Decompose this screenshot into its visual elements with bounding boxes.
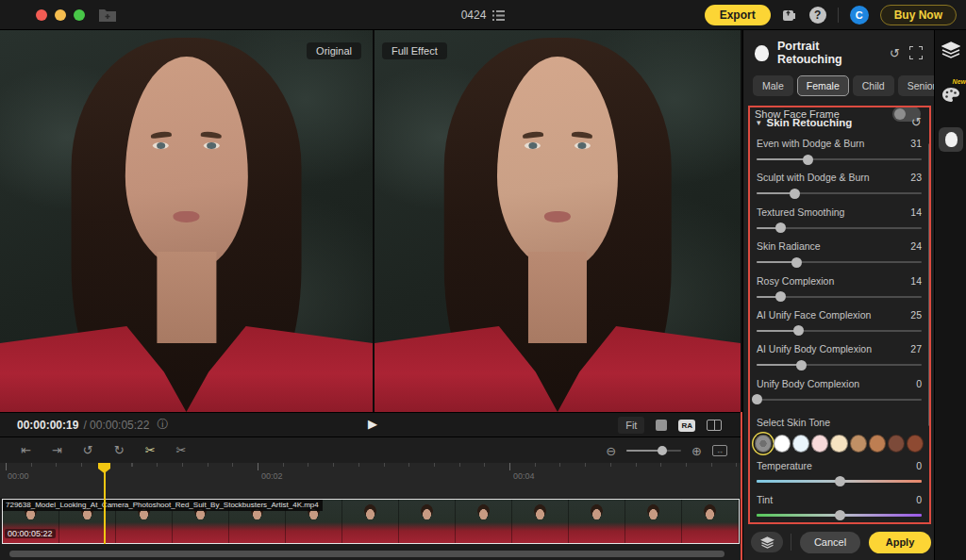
tab-child[interactable]: Child	[853, 75, 894, 96]
info-icon[interactable]: ⓘ	[157, 417, 168, 433]
slider-thumb[interactable]	[796, 360, 807, 371]
playhead-line[interactable]	[104, 470, 106, 544]
slider-track[interactable]	[757, 296, 922, 298]
full-effect-label: Full Effect	[382, 42, 447, 59]
buy-now-button[interactable]: Buy Now	[880, 5, 957, 25]
skin-tone-swatch[interactable]	[811, 435, 828, 453]
temperature-slider-track[interactable]	[757, 480, 922, 483]
slider-track[interactable]	[757, 399, 922, 401]
split-clip-icon[interactable]: ✂	[145, 443, 156, 457]
slider-label: AI Unify Body Complexion	[757, 343, 872, 354]
export-button[interactable]: Export	[705, 5, 771, 25]
slider-thumb[interactable]	[835, 510, 845, 520]
tab-female[interactable]: Female	[797, 75, 849, 96]
panel-scrollbar[interactable]	[928, 143, 931, 426]
slider-thumb[interactable]	[752, 394, 762, 404]
skin-tone-swatches	[755, 435, 924, 453]
skin-tone-swatch[interactable]	[774, 435, 791, 453]
zoom-out-icon[interactable]: ⊖	[606, 444, 616, 458]
trim-clip-icon[interactable]: ✂	[176, 443, 187, 457]
slider-label: Skin Radiance	[757, 240, 821, 252]
slider-track[interactable]	[757, 192, 922, 194]
share-icon[interactable]	[782, 8, 798, 23]
clip-thumbnail	[625, 500, 682, 543]
redo-icon[interactable]: ↻	[114, 443, 125, 457]
compare-view-icon[interactable]	[707, 420, 722, 431]
timeline-zoom-slider[interactable]	[626, 450, 681, 452]
slider-label: Even with Dodge & Burn	[757, 138, 864, 149]
slider-track[interactable]	[757, 261, 922, 263]
jump-to-start-icon[interactable]: ⇤	[21, 443, 31, 457]
zoom-in-icon[interactable]: ⊕	[691, 444, 702, 458]
slider-track[interactable]	[757, 158, 922, 160]
preview-quality-icon[interactable]	[656, 420, 667, 431]
panel-title: Portrait Retouching	[777, 40, 880, 66]
slider-thumb[interactable]	[790, 189, 800, 199]
undo-icon[interactable]: ↺	[83, 443, 93, 457]
clip-thumbnail	[399, 500, 456, 543]
select-skin-tone-label: Select Skin Tone	[757, 417, 922, 428]
collapse-section-icon[interactable]: ▾	[757, 118, 761, 127]
slider-thumb[interactable]	[803, 155, 813, 165]
portrait-tool-button[interactable]	[935, 127, 966, 152]
account-avatar[interactable]: C	[850, 6, 869, 25]
clip-filename: 729638_Model_Looking_At_Camera_Photoshoo…	[3, 500, 323, 511]
skin-tone-swatch[interactable]	[755, 435, 772, 453]
slider-row: Textured Smoothing 14	[751, 200, 927, 234]
slider-label: Textured Smoothing	[757, 206, 844, 218]
tint-slider-track[interactable]	[757, 514, 922, 517]
skin-tone-swatch[interactable]	[830, 435, 847, 453]
jump-to-end-icon[interactable]: ⇥	[52, 443, 62, 457]
original-label: Original	[307, 42, 361, 59]
render-area-button[interactable]: RA	[678, 420, 695, 432]
slider-thumb[interactable]	[775, 222, 786, 233]
slider-row: Temperature 0	[751, 453, 927, 486]
slider-value: 31	[910, 138, 922, 149]
skin-tone-swatch[interactable]	[850, 435, 867, 453]
portrait-tool-icon[interactable]	[939, 127, 963, 152]
slider-value: 0	[916, 378, 922, 389]
timeline-ruler[interactable]: 00:00 00:02 00:04	[0, 463, 742, 498]
slider-value: 24	[910, 240, 922, 252]
slider-thumb[interactable]	[793, 325, 804, 336]
help-icon[interactable]: ?	[809, 7, 826, 24]
slider-row: Tint 0	[751, 486, 927, 520]
slider-label: Tint	[757, 494, 773, 505]
play-button[interactable]: ▶	[362, 416, 383, 432]
timeline-zoom-thumb[interactable]	[658, 446, 667, 455]
section-reset-icon[interactable]: ↺	[911, 115, 922, 129]
slider-track[interactable]	[757, 227, 922, 229]
fit-timeline-icon[interactable]: ↔	[712, 445, 727, 456]
slider-track[interactable]	[757, 364, 922, 366]
skin-tone-swatch[interactable]	[869, 435, 886, 453]
tab-male[interactable]: Male	[753, 75, 793, 96]
slider-thumb[interactable]	[791, 257, 802, 268]
slider-value: 25	[910, 309, 922, 321]
color-palette-tool-icon[interactable]: New	[935, 87, 966, 103]
slider-row: Sculpt with Dodge & Burn 23	[751, 165, 927, 199]
layers-tool-icon[interactable]	[935, 41, 966, 58]
title-bar: 0424 Export ? C Buy Now	[0, 0, 966, 30]
ruler-label: 00:00	[8, 471, 29, 481]
slider-value: 0	[916, 460, 922, 471]
skin-tone-swatch[interactable]	[907, 435, 924, 453]
timeline-scrollbar[interactable]	[9, 551, 724, 557]
fit-zoom-button[interactable]: Fit	[618, 417, 644, 434]
slider-row: AI Unify Body Complexion 27	[751, 337, 927, 371]
keyframe-layers-button[interactable]	[751, 532, 783, 552]
media-list-icon[interactable]	[492, 10, 505, 21]
slider-thumb[interactable]	[775, 291, 786, 302]
cancel-button[interactable]: Cancel	[800, 532, 860, 553]
ruler-label: 00:04	[513, 471, 535, 481]
apply-button[interactable]: Apply	[869, 532, 931, 553]
slider-thumb[interactable]	[835, 476, 845, 486]
slider-track[interactable]	[757, 330, 922, 332]
slider-row: AI Unify Face Complexion 25	[751, 303, 927, 337]
clip-thumbnail	[342, 500, 399, 543]
skin-tone-swatch[interactable]	[888, 435, 905, 453]
slider-row: Unify Body Complexion 0	[751, 371, 927, 405]
skin-retouching-section: ▾ Skin Retouching ↺ Even with Dodge & Bu…	[751, 107, 927, 520]
panel-reset-icon[interactable]: ↺	[890, 46, 900, 60]
face-frame-icon[interactable]	[909, 46, 923, 59]
skin-tone-swatch[interactable]	[792, 435, 809, 453]
